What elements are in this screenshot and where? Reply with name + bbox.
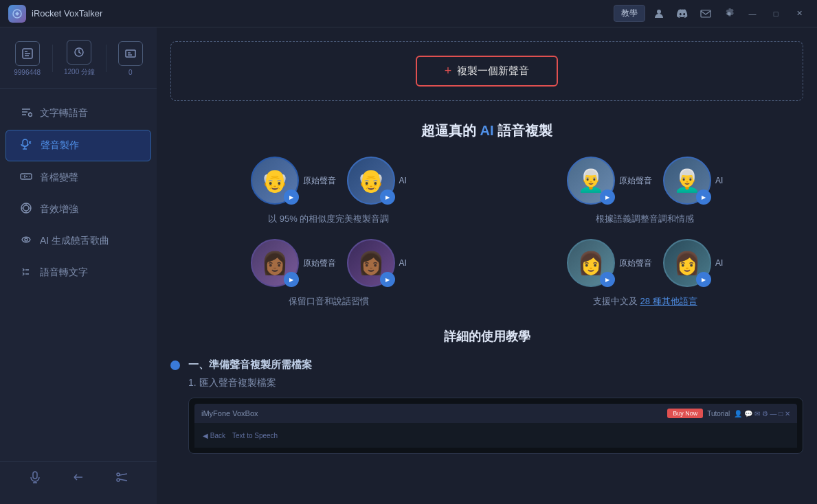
demo-pair-2: 👨‍🦳 ▶ 原始聲音 👨‍🦳 ▶ AI <box>501 157 790 225</box>
step-dot-1 <box>170 360 180 370</box>
stat-divider-2 <box>106 45 107 72</box>
create-voice-button[interactable]: + 複製一個新聲音 <box>416 56 559 87</box>
avatar-group-original-4: 👩 ▶ 原始聲音 <box>567 239 652 287</box>
hero-title-ai: AI <box>480 123 494 138</box>
titlebar-actions: 教學 — □ ✕ <box>614 4 809 23</box>
voice-demos-grid: 👴 ▶ 原始聲音 👴 ▶ AI <box>170 157 803 308</box>
play-ai-1[interactable]: ▶ <box>380 190 395 205</box>
sidebar-item-text-to-speech[interactable]: 文字轉語音 <box>5 98 151 128</box>
sidebar-item-sound-enhance[interactable]: 音效增強 <box>5 194 151 225</box>
text-to-speech-icon <box>19 106 33 121</box>
mail-icon[interactable] <box>696 4 715 23</box>
svg-point-14 <box>117 479 120 481</box>
sidebar-item-rap-gen[interactable]: AI 生成饒舌歌曲 <box>5 226 151 256</box>
avatar-wrap-ai-4: 👩 ▶ <box>663 239 711 287</box>
tutorial-button[interactable]: 教學 <box>614 5 645 22</box>
minutes-icon <box>67 40 91 65</box>
svg-rect-12 <box>33 472 37 479</box>
avatar-label-original-1: 原始聲音 <box>303 175 336 187</box>
settings-icon[interactable] <box>719 4 739 23</box>
play-ai-4[interactable]: ▶ <box>696 272 711 287</box>
avatar-label-ai-3: AI <box>399 258 407 268</box>
detail-section-title: 詳細的使用教學 <box>170 328 803 345</box>
create-voice-label: 複製一個新聲音 <box>457 65 529 78</box>
avatar-wrap-original-1: 👴 ▶ <box>251 157 299 205</box>
scissors-bottom-icon[interactable] <box>115 470 128 488</box>
avatar-label-original-3: 原始聲音 <box>303 257 336 269</box>
stat-extra-value: 0 <box>128 69 133 76</box>
stat-characters-value: 9996448 <box>14 69 41 76</box>
stat-divider-1 <box>52 45 53 72</box>
demo-desc-2: 根據語義調整音調和情感 <box>596 213 694 225</box>
plus-icon: + <box>445 64 452 78</box>
avatar-group-ai-1: 👴 ▶ AI <box>347 157 407 205</box>
svg-rect-5 <box>126 50 135 57</box>
stat-minutes-value: 1200 分鐘 <box>64 67 95 77</box>
sidebar-item-label-se: 音效增強 <box>40 203 78 216</box>
avatar-label-ai-2: AI <box>715 176 723 185</box>
maximize-button[interactable]: □ <box>766 4 785 23</box>
sidebar-bottom <box>0 461 157 496</box>
svg-rect-7 <box>23 139 27 146</box>
sidebar-item-label-rap: AI 生成饒舌歌曲 <box>40 235 109 247</box>
titlebar: iRocket VoxTalker 教學 — □ ✕ <box>0 0 817 27</box>
minimize-button[interactable]: — <box>743 4 762 23</box>
avatar-wrap-original-4: 👩 ▶ <box>567 239 615 287</box>
rap-gen-icon <box>19 233 33 249</box>
sidebar-item-voice-clone[interactable]: 聲音製作 <box>5 130 151 161</box>
return-bottom-icon[interactable] <box>71 470 85 488</box>
avatar-group-ai-4: 👩 ▶ AI <box>663 239 723 287</box>
avatar-wrap-ai-2: 👨‍🦳 ▶ <box>663 157 711 205</box>
preview-nav2: Text to Speech <box>232 432 278 439</box>
character-icon <box>15 41 40 66</box>
svg-rect-2 <box>701 10 710 17</box>
play-original-1[interactable]: ▶ <box>284 190 299 205</box>
avatar-label-original-4: 原始聲音 <box>619 257 652 269</box>
demo-desc-4-prefix: 支援中文及 <box>593 296 640 306</box>
play-original-3[interactable]: ▶ <box>284 272 299 287</box>
step-1-title: 一、準備聲音複製所需檔案 <box>188 358 803 371</box>
stat-extra: 0 <box>118 41 143 76</box>
user-icon[interactable] <box>649 4 669 23</box>
create-voice-wrapper: + 複製一個新聲音 <box>170 41 803 101</box>
sidebar-item-speech-to-text[interactable]: 語音轉文字 <box>5 257 151 288</box>
sidebar-item-label-tts: 文字轉語音 <box>40 107 88 119</box>
preview-app-name: iMyFone VoxBox <box>201 409 258 417</box>
discord-icon[interactable] <box>673 4 692 23</box>
sidebar-item-audio-convert[interactable]: 音檔變聲 <box>5 163 151 193</box>
demo-desc-4-link[interactable]: 28 種其他語言 <box>640 296 697 306</box>
play-original-2[interactable]: ▶ <box>600 190 615 205</box>
preview-buy-button: Buy Now <box>667 409 703 418</box>
svg-point-11 <box>25 238 27 241</box>
demo-desc-4: 支援中文及 28 種其他語言 <box>593 295 697 308</box>
avatar-group-ai-2: 👨‍🦳 ▶ AI <box>663 157 723 205</box>
avatar-label-ai-4: AI <box>715 258 723 268</box>
sidebar-item-label-stt: 語音轉文字 <box>40 266 88 279</box>
svg-point-10 <box>23 205 29 211</box>
preview-nav: ◀ Back <box>203 432 225 439</box>
play-ai-2[interactable]: ▶ <box>696 190 711 205</box>
avatar-wrap-ai-1: 👴 ▶ <box>347 157 395 205</box>
avatar-label-ai-1: AI <box>399 176 407 185</box>
demo-desc-3: 保留口音和說話習慣 <box>289 295 369 308</box>
preview-titlebar: iMyFone VoxBox Buy Now Tutorial 👤 💬 ✉ ⚙ … <box>194 404 797 423</box>
sidebar-item-label-vc: 聲音製作 <box>41 139 79 152</box>
content-area: + 複製一個新聲音 超逼真的 AI 語音複製 👴 ▶ <box>157 27 817 504</box>
demo-avatars-4: 👩 ▶ 原始聲音 👩 ▶ AI <box>567 239 723 287</box>
preview-tutorial-label: Tutorial <box>707 410 730 417</box>
demo-avatars-1: 👴 ▶ 原始聲音 👴 ▶ AI <box>251 157 407 205</box>
preview-body: ◀ Back Text to Speech <box>194 423 797 448</box>
sidebar-item-label-ac: 音檔變聲 <box>40 172 78 184</box>
demo-pair-3: 👩🏾 ▶ 原始聲音 👩🏾 ▶ AI <box>184 239 473 308</box>
mic-bottom-icon[interactable] <box>28 470 42 488</box>
voice-clone-icon <box>20 138 34 153</box>
demo-pair-1: 👴 ▶ 原始聲音 👴 ▶ AI <box>184 157 473 225</box>
play-ai-3[interactable]: ▶ <box>380 272 395 287</box>
app-name: iRocket VoxTalker <box>32 8 102 19</box>
step-1-subtitle: 1. 匯入聲音複製檔案 <box>188 377 803 389</box>
close-button[interactable]: ✕ <box>790 4 809 23</box>
audio-convert-icon <box>19 170 33 185</box>
extra-icon <box>118 41 143 66</box>
sidebar-nav: 文字轉語音 聲音製作 <box>0 89 157 297</box>
play-original-4[interactable]: ▶ <box>600 272 615 287</box>
